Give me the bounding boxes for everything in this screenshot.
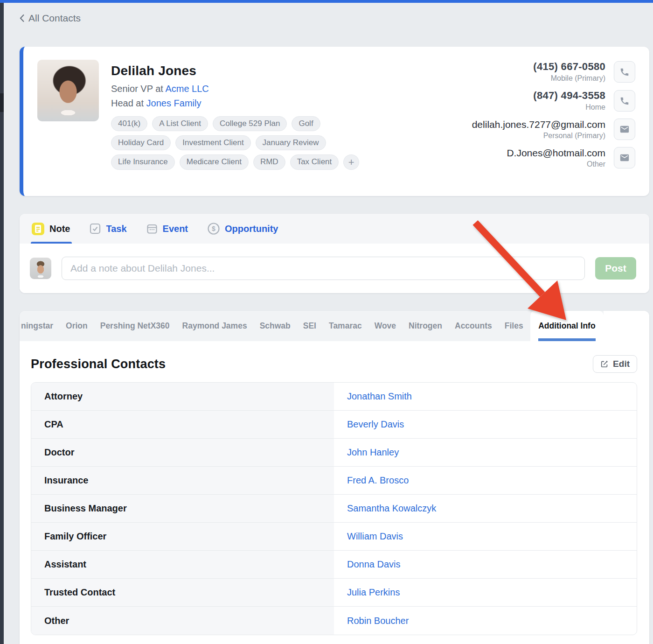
table-row: Family Officer William Davis xyxy=(31,523,637,551)
phone-label: Home xyxy=(533,103,605,112)
tab-accounts[interactable]: Accounts xyxy=(449,311,499,341)
email-address[interactable]: delilah.jones.7277@gmail.com xyxy=(472,119,605,130)
row-contact-link[interactable]: John Hanley xyxy=(334,439,637,466)
collapsed-sidebar xyxy=(0,0,4,644)
row-contact-link[interactable]: Julia Perkins xyxy=(334,579,637,606)
row-role: Family Officer xyxy=(31,523,334,550)
row-role: Insurance xyxy=(31,467,334,494)
opportunity-dollar-icon: $ xyxy=(208,223,220,235)
row-contact-link[interactable]: Robin Boucher xyxy=(334,607,637,635)
table-row: Insurance Fred A. Brosco xyxy=(31,467,637,495)
composer-body: Post xyxy=(20,244,649,293)
contact-avatar xyxy=(37,60,99,121)
email-icon xyxy=(619,124,630,134)
tab-label: Task xyxy=(106,224,126,234)
task-checkbox-icon xyxy=(90,223,101,234)
tag[interactable]: A List Client xyxy=(152,116,208,131)
email-address[interactable]: D.Jones@hotmail.com xyxy=(507,147,605,159)
sidebar-divider xyxy=(0,93,4,112)
tag[interactable]: Medicare Client xyxy=(180,154,249,170)
note-icon xyxy=(32,223,44,235)
tab-tamarac[interactable]: Tamarac xyxy=(322,311,368,341)
row-role: Business Manager xyxy=(31,495,334,522)
tab-raymond-james[interactable]: Raymond James xyxy=(176,311,253,341)
tag[interactable]: RMD xyxy=(253,154,285,170)
tag[interactable]: January Review xyxy=(256,135,326,150)
tag[interactable]: Holiday Card xyxy=(111,135,171,150)
tab-label: Opportunity xyxy=(225,224,278,234)
tab-task[interactable]: Task xyxy=(90,214,126,244)
contact-title-line: Senior VP at Acme LLC xyxy=(111,84,377,94)
table-row: Other Robin Boucher xyxy=(31,607,637,635)
tag[interactable]: College 529 Plan xyxy=(213,116,287,131)
row-contact-link[interactable]: Donna Davis xyxy=(334,551,637,578)
tab-orion[interactable]: Orion xyxy=(60,311,94,341)
email-icon xyxy=(619,153,630,163)
row-contact-link[interactable]: Samantha Kowalczyk xyxy=(334,495,637,522)
row-role: CPA xyxy=(31,411,334,438)
tab-morningstar[interactable]: ningstar xyxy=(21,311,60,341)
call-button[interactable] xyxy=(614,61,635,83)
row-role: Other xyxy=(31,607,334,635)
row-contact-link[interactable]: Fred A. Brosco xyxy=(334,467,637,494)
call-button[interactable] xyxy=(614,90,635,112)
tag[interactable]: 401(k) xyxy=(111,116,147,131)
contact-name: Delilah Jones xyxy=(111,63,377,78)
tag[interactable]: Tax Client xyxy=(290,154,339,170)
add-tag-button[interactable]: + xyxy=(343,154,359,170)
activity-composer-card: Note Task Event $ xyxy=(20,214,649,293)
tab-sei[interactable]: SEI xyxy=(297,311,322,341)
table-row: CPA Beverly Davis xyxy=(31,411,637,439)
integration-tab-bar: ningstar Orion Pershing NetX360 Raymond … xyxy=(20,311,649,341)
household-link[interactable]: Jones Family xyxy=(146,98,201,108)
tag[interactable]: Life Insurance xyxy=(111,154,175,170)
table-row: Business Manager Samantha Kowalczyk xyxy=(31,495,637,523)
detail-tabs-card: ningstar Orion Pershing NetX360 Raymond … xyxy=(20,311,649,644)
phone-number[interactable]: (415) 667-0580 xyxy=(533,61,605,73)
contact-header-card: Delilah Jones Senior VP at Acme LLC Head… xyxy=(20,47,649,196)
tab-pershing-netx360[interactable]: Pershing NetX360 xyxy=(94,311,176,341)
row-contact-link[interactable]: William Davis xyxy=(334,523,637,550)
tab-nitrogen[interactable]: Nitrogen xyxy=(403,311,449,341)
title-prefix: Senior VP at xyxy=(111,84,165,94)
breadcrumb-label: All Contacts xyxy=(28,13,81,24)
tab-schwab[interactable]: Schwab xyxy=(253,311,297,341)
company-link[interactable]: Acme LLC xyxy=(165,84,208,94)
tab-label: Event xyxy=(163,224,188,234)
table-row: Attorney Jonathan Smith xyxy=(31,383,637,411)
tab-opportunity[interactable]: $ Opportunity xyxy=(208,214,278,244)
edit-button[interactable]: Edit xyxy=(593,355,637,373)
phone-icon xyxy=(619,96,630,106)
breadcrumb-all-contacts[interactable]: All Contacts xyxy=(20,11,81,25)
row-contact-link[interactable]: Beverly Davis xyxy=(334,411,637,438)
email-button[interactable] xyxy=(614,119,635,140)
professional-contacts-table: Attorney Jonathan Smith CPA Beverly Davi… xyxy=(31,382,637,635)
post-button[interactable]: Post xyxy=(595,257,636,280)
email-entry: D.Jones@hotmail.com Other xyxy=(472,147,635,168)
phone-entry: (847) 494-3558 Home xyxy=(472,90,635,112)
tab-files[interactable]: Files xyxy=(498,311,529,341)
svg-text:$: $ xyxy=(212,225,215,232)
row-role: Assistant xyxy=(31,551,334,578)
event-calendar-icon xyxy=(146,223,158,234)
tab-label: Note xyxy=(49,224,70,234)
top-accent-bar xyxy=(0,0,653,3)
email-text: delilah.jones.7277@gmail.com Personal (P… xyxy=(472,119,605,140)
note-input[interactable] xyxy=(62,257,585,280)
tag[interactable]: Golf xyxy=(292,116,320,131)
tab-note[interactable]: Note xyxy=(32,214,70,244)
tab-additional-info[interactable]: Additional Info xyxy=(530,311,603,341)
tab-event[interactable]: Event xyxy=(146,214,188,244)
phone-number[interactable]: (847) 494-3558 xyxy=(533,90,605,102)
edit-label: Edit xyxy=(613,359,630,369)
email-button[interactable] xyxy=(614,147,635,168)
phone-label: Mobile (Primary) xyxy=(533,74,605,83)
tab-wove[interactable]: Wove xyxy=(368,311,402,341)
tag[interactable]: Investment Client xyxy=(175,135,250,150)
row-contact-link[interactable]: Jonathan Smith xyxy=(334,383,637,410)
email-label: Other xyxy=(507,160,605,168)
email-label: Personal (Primary) xyxy=(472,132,605,140)
tab-label: Additional Info xyxy=(538,311,595,341)
tab-bar-filler xyxy=(604,311,649,341)
email-text: D.Jones@hotmail.com Other xyxy=(507,147,605,168)
